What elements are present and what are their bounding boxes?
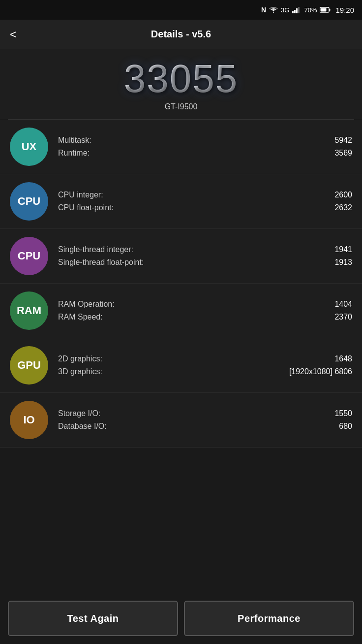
icon-cpu2-2: CPU (10, 237, 48, 275)
carrier-label: 3G (281, 6, 289, 14)
metric-row: Single-thread integer:1941 (58, 243, 352, 256)
status-time: 19:20 (335, 6, 354, 14)
metric-row: 2D graphics:1648 (58, 353, 352, 365)
svg-rect-5 (330, 9, 331, 11)
metric-label: RAM Speed: (58, 313, 103, 322)
bottom-actions: Test Again Performance (0, 593, 362, 644)
benchmark-row: CPUCPU integer:2600CPU float-point:2632 (0, 174, 362, 229)
svg-rect-3 (298, 7, 300, 13)
metric-value: 1550 (334, 409, 352, 418)
benchmark-list: UXMultitask:5942Runtime:3569CPUCPU integ… (0, 120, 362, 448)
metric-label: Database I/O: (58, 422, 107, 431)
benchmark-row: CPUSingle-thread integer:1941Single-thre… (0, 229, 362, 284)
battery-icon (320, 7, 331, 13)
icon-ram-3: RAM (10, 291, 48, 330)
app-header: < Details - v5.6 (0, 20, 362, 49)
metric-value: 1941 (334, 245, 352, 254)
status-icons: N 3G 70% 19:20 (261, 6, 354, 14)
test-again-button[interactable]: Test Again (8, 601, 178, 636)
metric-group: Single-thread integer:1941Single-thread … (58, 243, 352, 269)
metric-row: Single-thread float-point:1913 (58, 256, 352, 269)
metric-row: CPU integer:2600 (58, 189, 352, 201)
metric-row: RAM Speed:2370 (58, 311, 352, 323)
metric-group: 2D graphics:16483D graphics:[1920x1080] … (58, 353, 352, 378)
metric-row: CPU float-point:2632 (58, 201, 352, 214)
metric-value: 2632 (334, 203, 352, 212)
benchmark-row: IOStorage I/O:1550Database I/O:680 (0, 393, 362, 448)
signal-icon (292, 6, 301, 13)
performance-button[interactable]: Performance (184, 601, 354, 636)
metric-group: Multitask:5942Runtime:3569 (58, 134, 352, 160)
status-bar: N 3G 70% 19:20 (0, 0, 362, 20)
battery-level: 70% (304, 6, 317, 14)
metric-label: Multitask: (58, 136, 91, 145)
benchmark-row: RAMRAM Operation:1404RAM Speed:2370 (0, 284, 362, 338)
benchmark-score: 33055 (124, 59, 238, 98)
icon-cpu1-1: CPU (10, 182, 48, 221)
metric-group: Storage I/O:1550Database I/O:680 (58, 407, 352, 433)
metric-label: 3D graphics: (58, 367, 102, 376)
svg-rect-6 (321, 8, 327, 12)
wifi-icon (269, 6, 278, 13)
metric-value: 2600 (334, 191, 352, 199)
metric-row: Database I/O:680 (58, 420, 352, 433)
metric-label: 2D graphics: (58, 354, 102, 363)
metric-value: 1648 (334, 354, 352, 363)
svg-rect-1 (294, 10, 296, 13)
metric-label: RAM Operation: (58, 300, 115, 309)
metric-row: RAM Operation:1404 (58, 298, 352, 311)
metric-row: Multitask:5942 (58, 134, 352, 147)
bottom-spacer (0, 448, 362, 502)
header-title: Details - v5.6 (151, 29, 211, 40)
metric-row: Runtime:3569 (58, 147, 352, 160)
metric-value: 3569 (334, 149, 352, 158)
nfc-icon: N (261, 6, 266, 14)
icon-io-5: IO (10, 401, 48, 439)
metric-row: 3D graphics:[1920x1080] 6806 (58, 365, 352, 378)
icon-gpu-4: GPU (10, 346, 48, 385)
metric-value: 680 (339, 422, 352, 431)
svg-rect-2 (296, 8, 298, 13)
metric-group: CPU integer:2600CPU float-point:2632 (58, 189, 352, 214)
metric-label: Storage I/O: (58, 409, 100, 418)
benchmark-row: GPU2D graphics:16483D graphics:[1920x108… (0, 338, 362, 393)
score-area: 33055 GT-I9500 (0, 49, 362, 119)
back-button[interactable]: < (10, 28, 17, 41)
benchmark-row: UXMultitask:5942Runtime:3569 (0, 120, 362, 174)
metric-value: 2370 (334, 313, 352, 322)
metric-label: Single-thread float-point: (58, 258, 144, 267)
metric-value: 5942 (334, 136, 352, 145)
icon-ux-0: UX (10, 128, 48, 166)
svg-rect-0 (292, 11, 294, 13)
metric-row: Storage I/O:1550 (58, 407, 352, 420)
metric-value: 1913 (334, 258, 352, 267)
metric-label: CPU float-point: (58, 203, 114, 212)
metric-value: 1404 (334, 300, 352, 309)
metric-label: Runtime: (58, 149, 90, 158)
metric-label: Single-thread integer: (58, 245, 133, 254)
device-name: GT-I9500 (165, 102, 198, 111)
metric-label: CPU integer: (58, 191, 103, 199)
metric-value: [1920x1080] 6806 (289, 367, 352, 376)
metric-group: RAM Operation:1404RAM Speed:2370 (58, 298, 352, 323)
